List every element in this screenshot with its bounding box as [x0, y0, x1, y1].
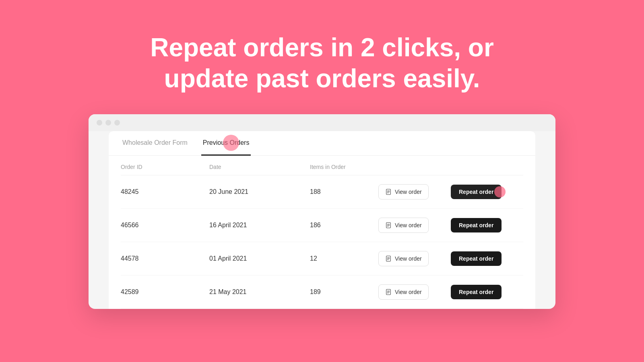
browser-window: Wholesale Order Form Previous Orders Ord…: [89, 114, 555, 309]
repeat-order-button-46566[interactable]: Repeat order: [451, 218, 502, 232]
order-id-46566: 46566: [121, 222, 209, 229]
view-order-button-46566[interactable]: View order: [378, 218, 429, 233]
header-empty-1: [378, 164, 451, 170]
repeat-order-button-48245[interactable]: Repeat order: [451, 185, 502, 199]
document-icon: [385, 189, 392, 195]
browser-dot-yellow: [105, 120, 111, 125]
browser-dot-red: [97, 120, 102, 125]
repeat-order-cell-44578: Repeat order: [451, 251, 523, 266]
header-empty-2: [451, 164, 523, 170]
header-items: Items in Order: [310, 164, 378, 170]
order-id-44578: 44578: [121, 255, 209, 262]
view-order-button-44578[interactable]: View order: [378, 251, 429, 266]
table-row: 42589 21 May 2021 189 View order: [121, 276, 523, 309]
header-date: Date: [209, 164, 310, 170]
repeat-order-button-42589[interactable]: Repeat order: [451, 285, 502, 299]
repeat-order-cell-46566: Repeat order: [451, 218, 523, 232]
order-date-46566: 16 April 2021: [209, 222, 310, 229]
order-items-42589: 189: [310, 288, 378, 296]
tab-previous-orders[interactable]: Previous Orders: [201, 131, 251, 156]
order-id-48245: 48245: [121, 188, 209, 195]
document-icon: [385, 289, 392, 295]
view-order-button-42589[interactable]: View order: [378, 284, 429, 300]
tab-bar: Wholesale Order Form Previous Orders: [109, 131, 535, 156]
table-row: 48245 20 June 2021 188 View order: [121, 175, 523, 209]
order-items-46566: 186: [310, 222, 378, 229]
order-id-42589: 42589: [121, 288, 209, 296]
browser-content: Wholesale Order Form Previous Orders Ord…: [109, 131, 535, 309]
repeat-order-cell-42589: Repeat order: [451, 285, 523, 299]
header-order-id: Order ID: [121, 164, 209, 170]
document-icon: [385, 255, 392, 262]
order-date-44578: 01 April 2021: [209, 255, 310, 262]
document-icon: [385, 222, 392, 228]
view-order-cell-44578: View order: [378, 251, 451, 266]
hero-title: Repeat orders in 2 clicks, or update pas…: [150, 32, 494, 94]
view-order-cell-48245: View order: [378, 184, 451, 200]
order-date-48245: 20 June 2021: [209, 188, 310, 195]
order-items-48245: 188: [310, 188, 378, 195]
repeat-order-cell-48245: Repeat order: [451, 185, 523, 199]
repeat-order-button-44578[interactable]: Repeat order: [451, 251, 502, 266]
browser-bar: [89, 114, 555, 131]
tab-wholesale-order-form[interactable]: Wholesale Order Form: [121, 131, 189, 156]
table-header-row: Order ID Date Items in Order: [121, 156, 523, 175]
orders-table: Order ID Date Items in Order 48245 20 Ju…: [109, 156, 535, 309]
table-row: 46566 16 April 2021 186 View order: [121, 209, 523, 242]
order-items-44578: 12: [310, 255, 378, 262]
browser-dot-green: [114, 120, 120, 125]
order-date-42589: 21 May 2021: [209, 288, 310, 296]
view-order-button-48245[interactable]: View order: [378, 184, 429, 200]
view-order-cell-46566: View order: [378, 218, 451, 233]
table-row: 44578 01 April 2021 12 View order: [121, 242, 523, 276]
cursor-circle: [494, 186, 506, 197]
view-order-cell-42589: View order: [378, 284, 451, 300]
